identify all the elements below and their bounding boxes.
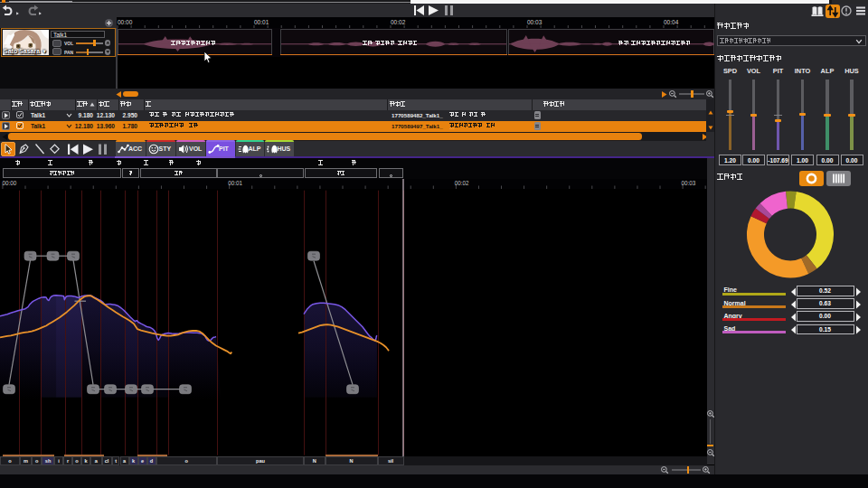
svg-text:00:00: 00:00 (118, 19, 133, 25)
svg-text:00:04: 00:04 (664, 19, 679, 25)
svg-text:00:03: 00:03 (527, 19, 542, 25)
svg-text:00:01: 00:01 (254, 19, 269, 25)
svg-text:00:02: 00:02 (391, 19, 406, 25)
